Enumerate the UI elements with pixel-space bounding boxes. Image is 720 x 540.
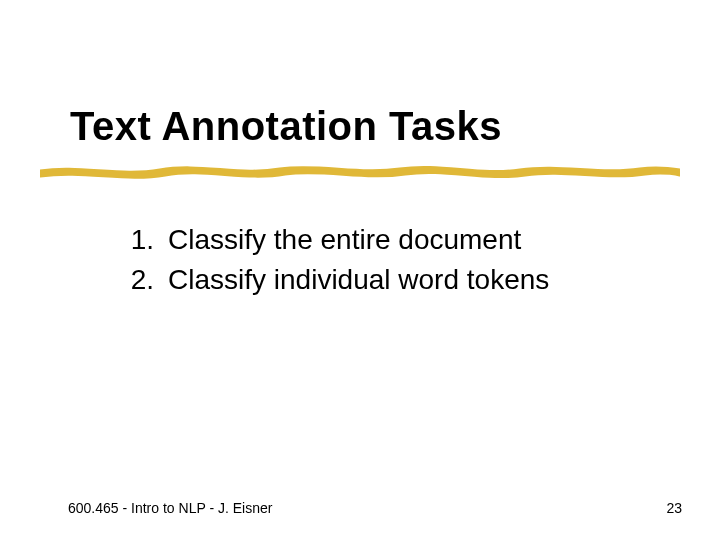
- list-item: 2. Classify individual word tokens: [118, 262, 618, 298]
- list-item-text: Classify individual word tokens: [168, 262, 618, 298]
- slide-title: Text Annotation Tasks: [70, 104, 502, 149]
- list-item: 1. Classify the entire document: [118, 222, 618, 258]
- content-list: 1. Classify the entire document 2. Class…: [118, 222, 618, 303]
- slide: Text Annotation Tasks 1. Classify the en…: [0, 0, 720, 540]
- list-item-text: Classify the entire document: [168, 222, 618, 258]
- list-item-number: 1.: [118, 222, 154, 258]
- list-item-number: 2.: [118, 262, 154, 298]
- title-underline-icon: [40, 160, 680, 182]
- page-number: 23: [666, 500, 682, 516]
- footer-course-info: 600.465 - Intro to NLP - J. Eisner: [68, 500, 272, 516]
